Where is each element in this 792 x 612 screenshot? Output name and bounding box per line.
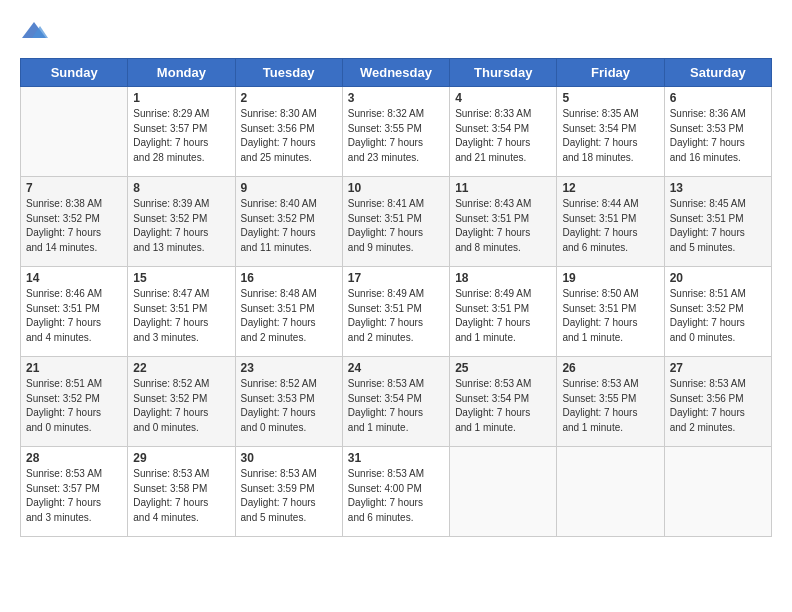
cell-content: Sunrise: 8:41 AM Sunset: 3:51 PM Dayligh… xyxy=(348,197,444,255)
day-number: 9 xyxy=(241,181,337,195)
calendar-week-row: 14Sunrise: 8:46 AM Sunset: 3:51 PM Dayli… xyxy=(21,267,772,357)
calendar-cell: 18Sunrise: 8:49 AM Sunset: 3:51 PM Dayli… xyxy=(450,267,557,357)
cell-content: Sunrise: 8:38 AM Sunset: 3:52 PM Dayligh… xyxy=(26,197,122,255)
day-number: 12 xyxy=(562,181,658,195)
day-number: 4 xyxy=(455,91,551,105)
calendar-cell: 1Sunrise: 8:29 AM Sunset: 3:57 PM Daylig… xyxy=(128,87,235,177)
day-number: 14 xyxy=(26,271,122,285)
calendar-cell: 15Sunrise: 8:47 AM Sunset: 3:51 PM Dayli… xyxy=(128,267,235,357)
day-number: 24 xyxy=(348,361,444,375)
day-number: 11 xyxy=(455,181,551,195)
calendar-cell: 30Sunrise: 8:53 AM Sunset: 3:59 PM Dayli… xyxy=(235,447,342,537)
calendar-week-row: 7Sunrise: 8:38 AM Sunset: 3:52 PM Daylig… xyxy=(21,177,772,267)
day-number: 30 xyxy=(241,451,337,465)
calendar-cell: 23Sunrise: 8:52 AM Sunset: 3:53 PM Dayli… xyxy=(235,357,342,447)
day-number: 22 xyxy=(133,361,229,375)
cell-content: Sunrise: 8:49 AM Sunset: 3:51 PM Dayligh… xyxy=(348,287,444,345)
day-number: 17 xyxy=(348,271,444,285)
calendar-cell: 24Sunrise: 8:53 AM Sunset: 3:54 PM Dayli… xyxy=(342,357,449,447)
day-number: 3 xyxy=(348,91,444,105)
calendar-cell: 2Sunrise: 8:30 AM Sunset: 3:56 PM Daylig… xyxy=(235,87,342,177)
calendar-cell: 17Sunrise: 8:49 AM Sunset: 3:51 PM Dayli… xyxy=(342,267,449,357)
day-number: 7 xyxy=(26,181,122,195)
calendar-cell xyxy=(664,447,771,537)
weekday-header-friday: Friday xyxy=(557,59,664,87)
cell-content: Sunrise: 8:35 AM Sunset: 3:54 PM Dayligh… xyxy=(562,107,658,165)
calendar-header: SundayMondayTuesdayWednesdayThursdayFrid… xyxy=(21,59,772,87)
day-number: 5 xyxy=(562,91,658,105)
calendar-cell: 26Sunrise: 8:53 AM Sunset: 3:55 PM Dayli… xyxy=(557,357,664,447)
cell-content: Sunrise: 8:51 AM Sunset: 3:52 PM Dayligh… xyxy=(26,377,122,435)
cell-content: Sunrise: 8:52 AM Sunset: 3:53 PM Dayligh… xyxy=(241,377,337,435)
day-number: 20 xyxy=(670,271,766,285)
calendar-cell: 16Sunrise: 8:48 AM Sunset: 3:51 PM Dayli… xyxy=(235,267,342,357)
calendar-week-row: 1Sunrise: 8:29 AM Sunset: 3:57 PM Daylig… xyxy=(21,87,772,177)
cell-content: Sunrise: 8:53 AM Sunset: 3:57 PM Dayligh… xyxy=(26,467,122,525)
weekday-header-saturday: Saturday xyxy=(664,59,771,87)
day-number: 18 xyxy=(455,271,551,285)
calendar-cell: 8Sunrise: 8:39 AM Sunset: 3:52 PM Daylig… xyxy=(128,177,235,267)
weekday-header-monday: Monday xyxy=(128,59,235,87)
cell-content: Sunrise: 8:39 AM Sunset: 3:52 PM Dayligh… xyxy=(133,197,229,255)
day-number: 26 xyxy=(562,361,658,375)
weekday-header-tuesday: Tuesday xyxy=(235,59,342,87)
day-number: 1 xyxy=(133,91,229,105)
calendar-cell: 29Sunrise: 8:53 AM Sunset: 3:58 PM Dayli… xyxy=(128,447,235,537)
cell-content: Sunrise: 8:48 AM Sunset: 3:51 PM Dayligh… xyxy=(241,287,337,345)
calendar-cell: 31Sunrise: 8:53 AM Sunset: 4:00 PM Dayli… xyxy=(342,447,449,537)
calendar-cell: 19Sunrise: 8:50 AM Sunset: 3:51 PM Dayli… xyxy=(557,267,664,357)
day-number: 16 xyxy=(241,271,337,285)
day-number: 29 xyxy=(133,451,229,465)
cell-content: Sunrise: 8:44 AM Sunset: 3:51 PM Dayligh… xyxy=(562,197,658,255)
calendar-cell: 12Sunrise: 8:44 AM Sunset: 3:51 PM Dayli… xyxy=(557,177,664,267)
day-number: 15 xyxy=(133,271,229,285)
calendar-cell: 9Sunrise: 8:40 AM Sunset: 3:52 PM Daylig… xyxy=(235,177,342,267)
day-number: 8 xyxy=(133,181,229,195)
day-number: 23 xyxy=(241,361,337,375)
cell-content: Sunrise: 8:30 AM Sunset: 3:56 PM Dayligh… xyxy=(241,107,337,165)
calendar-cell xyxy=(557,447,664,537)
weekday-header-thursday: Thursday xyxy=(450,59,557,87)
cell-content: Sunrise: 8:47 AM Sunset: 3:51 PM Dayligh… xyxy=(133,287,229,345)
day-number: 27 xyxy=(670,361,766,375)
calendar-cell: 11Sunrise: 8:43 AM Sunset: 3:51 PM Dayli… xyxy=(450,177,557,267)
cell-content: Sunrise: 8:53 AM Sunset: 3:55 PM Dayligh… xyxy=(562,377,658,435)
calendar-cell: 22Sunrise: 8:52 AM Sunset: 3:52 PM Dayli… xyxy=(128,357,235,447)
calendar-cell: 4Sunrise: 8:33 AM Sunset: 3:54 PM Daylig… xyxy=(450,87,557,177)
day-number: 25 xyxy=(455,361,551,375)
cell-content: Sunrise: 8:36 AM Sunset: 3:53 PM Dayligh… xyxy=(670,107,766,165)
day-number: 13 xyxy=(670,181,766,195)
calendar-cell: 7Sunrise: 8:38 AM Sunset: 3:52 PM Daylig… xyxy=(21,177,128,267)
day-number: 6 xyxy=(670,91,766,105)
day-number: 28 xyxy=(26,451,122,465)
cell-content: Sunrise: 8:32 AM Sunset: 3:55 PM Dayligh… xyxy=(348,107,444,165)
calendar-cell: 14Sunrise: 8:46 AM Sunset: 3:51 PM Dayli… xyxy=(21,267,128,357)
cell-content: Sunrise: 8:40 AM Sunset: 3:52 PM Dayligh… xyxy=(241,197,337,255)
calendar-table: SundayMondayTuesdayWednesdayThursdayFrid… xyxy=(20,58,772,537)
calendar-week-row: 21Sunrise: 8:51 AM Sunset: 3:52 PM Dayli… xyxy=(21,357,772,447)
cell-content: Sunrise: 8:45 AM Sunset: 3:51 PM Dayligh… xyxy=(670,197,766,255)
cell-content: Sunrise: 8:53 AM Sunset: 3:54 PM Dayligh… xyxy=(348,377,444,435)
cell-content: Sunrise: 8:29 AM Sunset: 3:57 PM Dayligh… xyxy=(133,107,229,165)
day-number: 21 xyxy=(26,361,122,375)
cell-content: Sunrise: 8:53 AM Sunset: 3:58 PM Dayligh… xyxy=(133,467,229,525)
cell-content: Sunrise: 8:53 AM Sunset: 3:54 PM Dayligh… xyxy=(455,377,551,435)
cell-content: Sunrise: 8:52 AM Sunset: 3:52 PM Dayligh… xyxy=(133,377,229,435)
calendar-cell: 28Sunrise: 8:53 AM Sunset: 3:57 PM Dayli… xyxy=(21,447,128,537)
day-number: 31 xyxy=(348,451,444,465)
weekday-header-sunday: Sunday xyxy=(21,59,128,87)
calendar-cell: 25Sunrise: 8:53 AM Sunset: 3:54 PM Dayli… xyxy=(450,357,557,447)
day-number: 2 xyxy=(241,91,337,105)
calendar-cell xyxy=(450,447,557,537)
logo xyxy=(20,20,52,42)
weekday-header-row: SundayMondayTuesdayWednesdayThursdayFrid… xyxy=(21,59,772,87)
day-number: 10 xyxy=(348,181,444,195)
calendar-cell: 5Sunrise: 8:35 AM Sunset: 3:54 PM Daylig… xyxy=(557,87,664,177)
calendar-cell: 27Sunrise: 8:53 AM Sunset: 3:56 PM Dayli… xyxy=(664,357,771,447)
calendar-cell: 6Sunrise: 8:36 AM Sunset: 3:53 PM Daylig… xyxy=(664,87,771,177)
calendar-week-row: 28Sunrise: 8:53 AM Sunset: 3:57 PM Dayli… xyxy=(21,447,772,537)
cell-content: Sunrise: 8:43 AM Sunset: 3:51 PM Dayligh… xyxy=(455,197,551,255)
cell-content: Sunrise: 8:50 AM Sunset: 3:51 PM Dayligh… xyxy=(562,287,658,345)
calendar-cell: 10Sunrise: 8:41 AM Sunset: 3:51 PM Dayli… xyxy=(342,177,449,267)
cell-content: Sunrise: 8:51 AM Sunset: 3:52 PM Dayligh… xyxy=(670,287,766,345)
